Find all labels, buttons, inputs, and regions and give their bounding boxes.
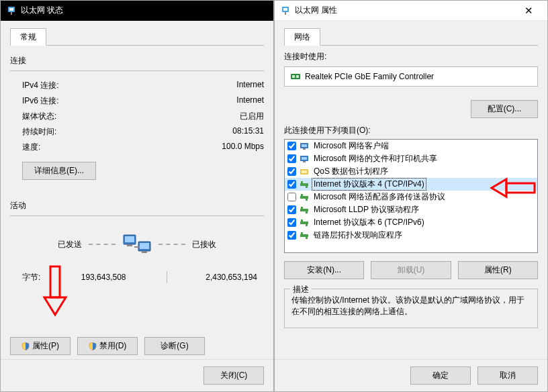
svg-rect-24 <box>300 183 308 186</box>
tab-network[interactable]: 网络 <box>284 28 320 46</box>
svg-rect-35 <box>306 224 308 226</box>
window-title: 以太网 状态 <box>21 5 268 16</box>
dash-icon <box>89 244 116 245</box>
close-button[interactable]: 关闭(C) <box>203 366 264 385</box>
description-text: 传输控制协议/Internet 协议。该协议是默认的广域网络协议，用于在不同的相… <box>291 295 531 318</box>
svg-rect-11 <box>283 8 287 11</box>
list-item[interactable]: Microsoft LLDP 协议驱动程序 <box>285 203 537 216</box>
svg-rect-33 <box>300 222 308 224</box>
list-item[interactable]: Microsoft 网络的文件和打印机共享 <box>285 152 537 165</box>
item-label: Microsoft 网络的文件和打印机共享 <box>312 153 439 164</box>
item-checkbox[interactable] <box>287 231 296 240</box>
protocol-icon <box>299 179 310 190</box>
window-title: 以太网 属性 <box>295 5 515 16</box>
svg-rect-29 <box>306 199 308 201</box>
bytes-recv: 2,430,653,194 <box>187 273 265 282</box>
item-checkbox[interactable] <box>287 154 296 163</box>
protocol-icon <box>299 230 310 241</box>
tab-general[interactable]: 常规 <box>10 28 46 46</box>
disable-button[interactable]: 禁用(D) <box>77 337 138 355</box>
protocol-icon <box>299 217 310 228</box>
item-label: QoS 数据包计划程序 <box>312 166 390 177</box>
media-label: 媒体状态: <box>22 111 56 122</box>
items-label: 此连接使用下列项目(O): <box>284 125 538 136</box>
svg-rect-21 <box>303 161 306 162</box>
protocol-icon <box>299 192 310 203</box>
connection-header: 连接 <box>10 55 264 66</box>
list-item[interactable]: Internet 协议版本 4 (TCP/IPv4) <box>285 178 537 191</box>
item-checkbox[interactable] <box>287 193 296 201</box>
item-properties-button[interactable]: 属性(R) <box>458 261 538 279</box>
row-duration: 持续时间:08:15:31 <box>10 124 264 140</box>
recv-label: 已接收 <box>192 239 216 250</box>
row-ipv4: IPv4 连接:Internet <box>10 78 264 93</box>
svg-rect-7 <box>140 243 149 249</box>
svg-rect-37 <box>301 232 303 234</box>
list-item[interactable]: Microsoft 网络适配器多路传送器协议 <box>285 191 537 203</box>
svg-rect-15 <box>296 75 299 78</box>
description-box: 描述 传输控制协议/Internet 协议。该协议是默认的广域网络协议，用于在不… <box>284 289 538 328</box>
row-speed: 速度:100.0 Mbps <box>10 140 264 155</box>
configure-button[interactable]: 配置(C)... <box>471 100 538 118</box>
svg-rect-8 <box>142 251 147 253</box>
svg-rect-2 <box>11 12 12 15</box>
bytes-sent: 193,643,508 <box>56 273 146 282</box>
client-icon <box>299 141 310 152</box>
item-checkbox[interactable] <box>287 167 296 176</box>
install-button[interactable]: 安装(N)... <box>284 261 364 279</box>
titlebar: 以太网 状态 <box>1 1 273 21</box>
item-checkbox[interactable] <box>287 205 296 214</box>
svg-rect-5 <box>127 244 132 246</box>
speed-value: 100.0 Mbps <box>222 142 264 153</box>
svg-rect-25 <box>301 181 303 183</box>
item-checkbox[interactable] <box>287 218 296 227</box>
item-checkbox[interactable] <box>287 142 296 150</box>
svg-rect-1 <box>9 8 13 11</box>
ethernet-properties-window: 以太网 属性 ✕ 网络 连接时使用: Realtek PCIe GbE Fami… <box>274 0 548 392</box>
list-item[interactable]: Internet 协议版本 6 (TCP/IPv6) <box>285 216 537 229</box>
media-value: 已启用 <box>240 111 264 122</box>
connect-using-label: 连接时使用: <box>284 51 538 62</box>
item-label: 链路层拓扑发现响应程序 <box>312 230 404 241</box>
ok-button[interactable]: 确定 <box>410 366 471 385</box>
bytes-label: 字节: <box>22 272 56 283</box>
protocol-icon <box>299 205 310 215</box>
svg-rect-17 <box>302 144 307 147</box>
divider <box>10 70 264 71</box>
properties-button[interactable]: 属性(P) <box>10 337 71 355</box>
svg-rect-27 <box>300 196 308 199</box>
speed-label: 速度: <box>22 142 40 153</box>
svg-rect-18 <box>303 148 306 150</box>
details-button[interactable]: 详细信息(E)... <box>22 162 96 180</box>
list-item[interactable]: QoS 数据包计划程序 <box>285 165 537 178</box>
svg-rect-31 <box>301 207 303 209</box>
list-item[interactable]: 链路层拓扑发现响应程序 <box>285 229 537 242</box>
properties-body: 网络 连接时使用: Realtek PCIe GbE Family Contro… <box>275 21 547 359</box>
shield-icon <box>89 342 97 350</box>
titlebar: 以太网 属性 ✕ <box>275 1 547 21</box>
item-label: Internet 协议版本 6 (TCP/IPv6) <box>312 217 426 228</box>
item-label: Microsoft LLDP 协议驱动程序 <box>312 204 420 215</box>
item-label: Microsoft 网络适配器多路传送器协议 <box>312 191 447 203</box>
diagnose-button[interactable]: 诊断(G) <box>144 337 205 355</box>
row-media: 媒体状态:已启用 <box>10 109 264 124</box>
item-checkbox[interactable] <box>287 180 296 189</box>
svg-rect-4 <box>125 236 134 242</box>
list-item[interactable]: Microsoft 网络客户端 <box>285 140 537 152</box>
dash-icon <box>158 244 185 245</box>
close-icon[interactable]: ✕ <box>515 5 542 17</box>
bytes-row: 字节: 193,643,508 2,430,653,194 <box>10 271 264 283</box>
item-list[interactable]: Microsoft 网络客户端Microsoft 网络的文件和打印机共享QoS … <box>284 139 538 253</box>
item-label: Internet 协议版本 4 (TCP/IPv4) <box>312 179 426 190</box>
svg-rect-34 <box>301 219 303 222</box>
sent-label: 已发送 <box>58 239 82 250</box>
footer: 关闭(C) <box>1 359 273 391</box>
cancel-button[interactable]: 取消 <box>477 366 538 385</box>
svg-rect-32 <box>306 211 308 213</box>
ethernet-icon <box>280 5 291 16</box>
svg-rect-30 <box>300 209 308 211</box>
action-buttons: 属性(P) 禁用(D) 诊断(G) <box>10 337 264 355</box>
ipv4-label: IPv4 连接: <box>22 80 59 91</box>
activity-header: 活动 <box>10 200 264 211</box>
svg-rect-38 <box>306 237 308 239</box>
